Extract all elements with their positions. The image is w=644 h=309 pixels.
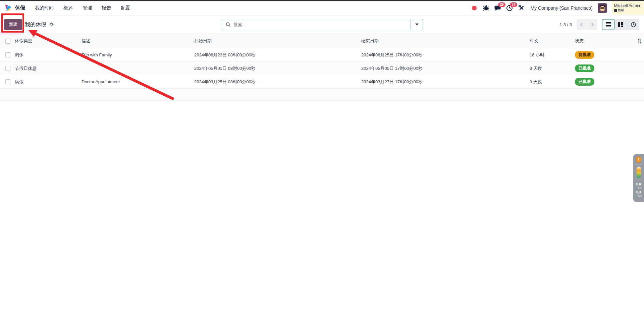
list-footer-band	[0, 89, 644, 101]
divider	[635, 180, 642, 180]
header-description[interactable]: 描述	[82, 38, 194, 44]
row-select-cell	[0, 66, 15, 71]
select-all-checkbox[interactable]	[5, 39, 10, 44]
messages-button[interactable]: 25	[494, 5, 501, 11]
cell-duration: 3 天数	[530, 79, 575, 85]
pager-counter: 1-3 / 3	[559, 22, 572, 27]
messages-count-badge: 25	[498, 2, 505, 7]
cell-description: Doctor Appointment	[82, 79, 194, 84]
pager-next-button[interactable]	[587, 19, 597, 30]
cell-status: 已批准	[575, 64, 637, 72]
nav-menu-my-time[interactable]: 我的时间	[35, 5, 54, 11]
cell-duration: 3 天数	[530, 65, 575, 72]
download-unit: K/s	[638, 194, 642, 197]
cell-type: 节假日休息	[15, 65, 82, 72]
debug-button[interactable]	[483, 5, 489, 11]
cell-duration: 16 小时	[530, 52, 575, 58]
cell-end-date: 2024年06月25日 17时00分00秒	[361, 52, 530, 58]
search-input[interactable]	[233, 22, 411, 27]
download-value: 0.3	[636, 190, 642, 194]
odoo-time-off-app: 休假 我的时间 概述 管理 报告 配置	[0, 0, 644, 309]
header-start-date[interactable]: 开始日期	[194, 38, 361, 44]
user-avatar[interactable]	[598, 3, 607, 13]
row-checkbox[interactable]	[5, 79, 10, 84]
shield-icon: 1	[636, 157, 642, 163]
activities-button[interactable]: 77	[506, 5, 513, 11]
breadcrumb-title: 我的休假	[25, 21, 46, 28]
list-header-row: 休假类型 描述 开始日期 结束日期 时长 状态	[0, 34, 644, 48]
cell-start-date: 2024年05月01日 08时00分00秒	[194, 65, 361, 72]
nav-menu-overview[interactable]: 概述	[63, 5, 73, 11]
company-switcher[interactable]: My Company (San Francisco)	[530, 5, 592, 11]
pager	[577, 19, 597, 30]
app-name[interactable]: 休假	[15, 5, 25, 11]
cell-end-date: 2024年05月05日 17时00分00秒	[361, 65, 530, 72]
view-switcher	[602, 19, 639, 30]
recording-indicator[interactable]	[471, 5, 478, 11]
table-row[interactable]: 节假日休息 2024年05月01日 08时00分00秒 2024年05月05日 …	[0, 62, 644, 75]
divider	[635, 165, 642, 165]
nav-menu-reporting[interactable]: 报告	[102, 5, 111, 11]
cell-description: Trip with Family	[82, 52, 194, 57]
gear-icon	[49, 22, 54, 27]
time-off-list: 休假类型 描述 开始日期 结束日期 时长 状态 调休 Trip with Fam…	[0, 34, 644, 101]
user-database: bak	[614, 8, 640, 12]
control-right: 1-3 / 3	[559, 15, 639, 34]
chevron-left-icon	[580, 23, 583, 27]
header-type[interactable]: 休假类型	[15, 38, 82, 44]
arrow-up-icon: ↑	[636, 186, 637, 190]
row-checkbox[interactable]	[5, 66, 10, 71]
bug-icon	[483, 5, 489, 11]
table-row[interactable]: 病假 Doctor Appointment 2024年03月25日 08时00分…	[0, 75, 644, 89]
cell-start-date: 2024年06月23日 08时00分00秒	[194, 52, 361, 58]
record-dot-icon	[472, 6, 477, 10]
actions-gear-button[interactable]	[49, 22, 54, 27]
upload-value: 0.8	[636, 182, 642, 186]
sliders-icon	[637, 39, 642, 44]
pager-previous-button[interactable]	[577, 19, 587, 30]
view-switcher-kanban-button[interactable]	[614, 19, 627, 30]
app-logo-icon[interactable]	[4, 4, 12, 12]
user-name: Mitchell Admin	[614, 3, 640, 8]
search-dropdown-toggle[interactable]	[411, 19, 423, 30]
avatar-glasses	[600, 7, 605, 9]
upload-unit: K/s	[638, 187, 642, 190]
download-rate: 0.3 ↓ K/s	[636, 190, 642, 198]
status-badge: 待批准	[575, 51, 594, 59]
cell-type: 病假	[15, 79, 82, 85]
activities-count-badge: 77	[510, 2, 517, 7]
optional-columns-button[interactable]	[637, 39, 644, 44]
database-icon	[614, 9, 617, 12]
status-badge: 已批准	[575, 64, 594, 72]
new-button[interactable]: 新建	[4, 19, 22, 30]
activity-view-icon	[631, 22, 636, 28]
arrow-down-icon: ↓	[636, 194, 637, 197]
tools-button[interactable]	[518, 5, 525, 11]
header-end-date[interactable]: 结束日期	[361, 38, 530, 44]
control-panel: 新建 我的休假 1-3 / 3	[0, 15, 644, 34]
speed-gauge	[637, 167, 641, 178]
cell-start-date: 2024年03月25日 08时00分00秒	[194, 79, 361, 85]
select-all-cell	[0, 39, 15, 44]
header-duration[interactable]: 时长	[530, 38, 575, 44]
user-menu[interactable]: Mitchell Admin bak	[612, 1, 644, 15]
nav-menu-management[interactable]: 管理	[83, 5, 92, 11]
kanban-view-icon	[618, 22, 623, 27]
search-bar	[222, 19, 423, 30]
chevron-down-icon	[415, 24, 419, 26]
cell-status: 已批准	[575, 78, 637, 86]
view-switcher-activity-button[interactable]	[627, 19, 639, 30]
nav-menus: 我的时间 概述 管理 报告 配置	[35, 5, 130, 11]
cell-type: 调休	[15, 52, 82, 58]
table-row[interactable]: 调休 Trip with Family 2024年06月23日 08时00分00…	[0, 48, 644, 62]
header-status[interactable]: 状态	[575, 38, 637, 44]
row-select-cell	[0, 79, 15, 84]
upload-rate: 0.8 ↑ K/s	[636, 182, 642, 190]
view-switcher-list-button[interactable]	[602, 19, 614, 30]
network-monitor-panel[interactable]: 1 0.8 ↑ K/s 0.3 ↓ K/s	[633, 154, 644, 202]
shield-count: 1	[638, 158, 639, 161]
nav-menu-configuration[interactable]: 配置	[121, 5, 130, 11]
row-checkbox[interactable]	[5, 52, 10, 57]
top-navbar: 休假 我的时间 概述 管理 报告 配置	[0, 1, 644, 15]
row-select-cell	[0, 52, 15, 57]
